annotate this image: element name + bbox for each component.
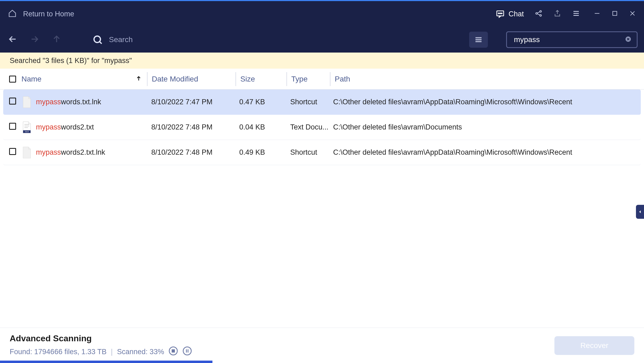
file-icon <box>21 146 32 159</box>
progress-bar <box>0 361 212 363</box>
row-checkbox[interactable] <box>9 148 16 155</box>
export-icon[interactable] <box>553 9 561 18</box>
search-label: Search <box>109 35 133 44</box>
file-size: 0.47 KB <box>235 98 286 106</box>
search-zone[interactable]: Search <box>93 35 133 45</box>
svg-point-1 <box>498 13 499 14</box>
back-button[interactable] <box>8 35 17 45</box>
scanned-label: Scanned: 33% <box>117 348 164 356</box>
file-date: 8/10/2022 7:48 PM <box>147 123 235 131</box>
file-type: Text Docu... <box>286 123 329 131</box>
close-button[interactable] <box>629 10 636 18</box>
svg-rect-13 <box>172 350 174 352</box>
file-name: mypasswords2.txt.lnk <box>36 148 105 157</box>
svg-point-2 <box>500 13 501 14</box>
file-type: Shortcut <box>286 98 329 106</box>
file-size: 0.49 KB <box>235 148 286 157</box>
column-date[interactable]: Date Modified <box>148 69 235 89</box>
file-name: mypasswords.txt.lnk <box>36 98 101 106</box>
footer: Advanced Scanning Found: 1794666 files, … <box>0 328 644 363</box>
select-all-checkbox[interactable] <box>9 76 16 83</box>
title-bar: Return to Home Chat <box>0 1 644 27</box>
svg-point-3 <box>501 13 502 14</box>
column-name[interactable]: Name <box>21 69 147 89</box>
file-icon <box>21 96 32 109</box>
share-icon[interactable] <box>535 9 543 18</box>
stop-scan-button[interactable] <box>168 346 178 358</box>
menu-icon[interactable] <box>572 9 580 18</box>
row-checkbox[interactable] <box>9 98 16 105</box>
clear-search-icon[interactable] <box>625 36 631 43</box>
column-size[interactable]: Size <box>236 69 286 89</box>
svg-point-8 <box>94 36 101 43</box>
chat-button[interactable]: Chat <box>496 9 524 18</box>
search-status-text: Searched "3 files (1 KB)" for "mypass" <box>10 57 132 65</box>
view-options-button[interactable] <box>469 32 488 48</box>
search-input[interactable] <box>514 35 625 44</box>
results-list: mypasswords.txt.lnk8/10/2022 7:47 PM0.47… <box>0 90 644 165</box>
file-path: C:\Other deleted files\avram\Documents <box>329 123 638 131</box>
recover-button[interactable]: Recover <box>554 336 634 355</box>
side-panel-toggle[interactable] <box>636 205 644 219</box>
forward-button <box>30 35 39 45</box>
minimize-button[interactable] <box>594 10 601 18</box>
file-path: C:\Other deleted files\avram\AppData\Roa… <box>329 148 638 157</box>
file-icon: TXT <box>21 121 32 134</box>
maximize-button[interactable] <box>611 10 618 18</box>
file-type: Shortcut <box>286 148 329 157</box>
pause-scan-button[interactable] <box>182 346 192 358</box>
search-status-bar: Searched "3 files (1 KB)" for "mypass" <box>0 53 644 69</box>
column-path[interactable]: Path <box>330 69 638 89</box>
file-size: 0.04 KB <box>235 123 286 131</box>
svg-text:TXT: TXT <box>25 131 29 133</box>
svg-point-14 <box>183 347 191 355</box>
table-row[interactable]: mypasswords.txt.lnk8/10/2022 7:47 PM0.47… <box>3 90 641 115</box>
table-header: Name Date Modified Size Type Path <box>0 69 644 90</box>
column-type[interactable]: Type <box>287 69 330 89</box>
sort-asc-icon <box>136 75 142 83</box>
file-name: mypasswords2.txt <box>36 123 94 131</box>
home-icon[interactable] <box>8 9 17 19</box>
table-row[interactable]: TXTmypasswords2.txt8/10/2022 7:48 PM0.04… <box>3 115 641 140</box>
return-home-link[interactable]: Return to Home <box>23 10 74 18</box>
row-checkbox[interactable] <box>9 123 16 130</box>
file-date: 8/10/2022 7:48 PM <box>147 148 235 157</box>
toolbar: Search <box>0 27 644 53</box>
svg-rect-7 <box>613 11 617 15</box>
chat-label: Chat <box>509 10 524 18</box>
up-button <box>52 35 61 45</box>
table-row[interactable]: mypasswords2.txt.lnk8/10/2022 7:48 PM0.4… <box>3 140 641 165</box>
search-field[interactable] <box>506 31 638 48</box>
file-date: 8/10/2022 7:47 PM <box>147 98 235 106</box>
file-path: C:\Other deleted files\avram\AppData\Roa… <box>329 98 638 106</box>
scan-title: Advanced Scanning <box>10 334 192 343</box>
found-label: Found: 1794666 files, 1.33 TB <box>10 348 106 356</box>
